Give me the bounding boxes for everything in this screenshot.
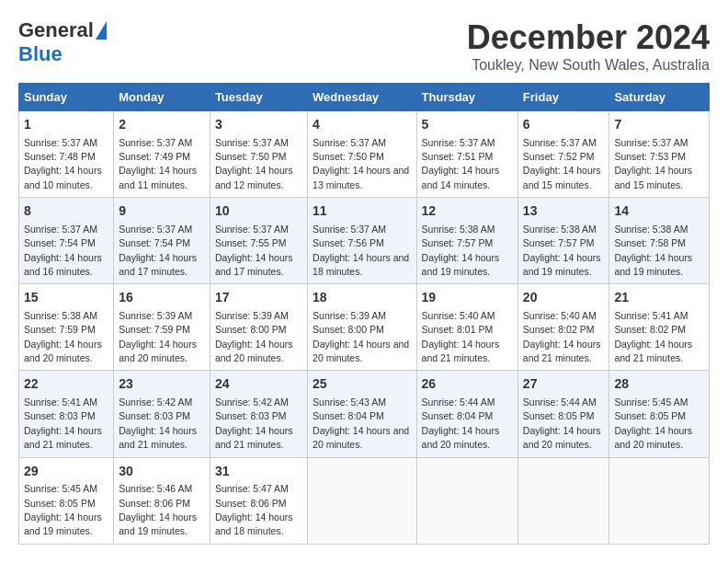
sunset-info: Sunset: 7:49 PM bbox=[119, 151, 190, 162]
logo-general: General bbox=[18, 18, 94, 42]
sunset-info: Sunset: 8:03 PM bbox=[215, 410, 287, 421]
daylight-info: Daylight: 14 hours and 20 minutes. bbox=[24, 339, 102, 363]
daylight-info: Daylight: 14 hours and 19 minutes. bbox=[614, 252, 692, 277]
table-row: 17 Sunrise: 5:39 AM Sunset: 8:00 PM Dayl… bbox=[210, 284, 307, 371]
day-number: 3 bbox=[215, 116, 302, 134]
sunrise-info: Sunrise: 5:42 AM bbox=[119, 396, 192, 408]
sunset-info: Sunset: 7:50 PM bbox=[215, 151, 287, 162]
main-title: December 2024 bbox=[467, 18, 710, 57]
daylight-info: Daylight: 14 hours and 20 minutes. bbox=[215, 339, 293, 363]
daylight-info: Daylight: 14 hours and 19 minutes. bbox=[523, 252, 601, 277]
daylight-info: Daylight: 14 hours and 15 minutes. bbox=[523, 165, 601, 190]
sunset-info: Sunset: 8:00 PM bbox=[313, 324, 384, 335]
sunrise-info: Sunrise: 5:38 AM bbox=[24, 310, 97, 321]
table-row bbox=[609, 457, 710, 544]
table-row: 5 Sunrise: 5:37 AM Sunset: 7:51 PM Dayli… bbox=[416, 111, 518, 198]
day-number: 22 bbox=[24, 375, 108, 394]
col-thursday: Thursday bbox=[416, 84, 518, 111]
day-number: 18 bbox=[313, 289, 411, 307]
daylight-info: Daylight: 14 hours and 20 minutes. bbox=[523, 425, 601, 450]
day-number: 29 bbox=[24, 463, 108, 481]
calendar-week-row: 8 Sunrise: 5:37 AM Sunset: 7:54 PM Dayli… bbox=[19, 198, 710, 284]
sunrise-info: Sunrise: 5:39 AM bbox=[119, 310, 192, 321]
sunrise-info: Sunrise: 5:44 AM bbox=[422, 396, 495, 408]
sunrise-info: Sunrise: 5:38 AM bbox=[422, 224, 495, 235]
day-number: 4 bbox=[313, 116, 411, 134]
sunset-info: Sunset: 8:04 PM bbox=[313, 410, 384, 421]
table-row bbox=[518, 457, 609, 544]
daylight-info: Daylight: 14 hours and 13 minutes. bbox=[313, 165, 409, 190]
table-row: 29 Sunrise: 5:45 AM Sunset: 8:05 PM Dayl… bbox=[19, 457, 114, 544]
daylight-info: Daylight: 14 hours and 20 minutes. bbox=[313, 339, 409, 363]
daylight-info: Daylight: 14 hours and 20 minutes. bbox=[313, 425, 409, 450]
day-number: 15 bbox=[24, 289, 108, 307]
sunset-info: Sunset: 7:48 PM bbox=[24, 151, 96, 162]
sunset-info: Sunset: 7:54 PM bbox=[24, 237, 96, 248]
sunrise-info: Sunrise: 5:38 AM bbox=[523, 224, 597, 235]
table-row: 4 Sunrise: 5:37 AM Sunset: 7:50 PM Dayli… bbox=[308, 111, 416, 198]
sunrise-info: Sunrise: 5:47 AM bbox=[215, 483, 289, 494]
daylight-info: Daylight: 14 hours and 21 minutes. bbox=[422, 339, 500, 363]
sunset-info: Sunset: 7:50 PM bbox=[313, 151, 384, 162]
sunrise-info: Sunrise: 5:37 AM bbox=[119, 224, 192, 235]
col-saturday: Saturday bbox=[609, 84, 710, 111]
sunrise-info: Sunrise: 5:40 AM bbox=[523, 310, 597, 321]
col-monday: Monday bbox=[114, 84, 210, 111]
day-number: 8 bbox=[24, 202, 108, 221]
sunrise-info: Sunrise: 5:37 AM bbox=[215, 224, 289, 235]
sunrise-info: Sunrise: 5:37 AM bbox=[523, 137, 597, 148]
sunrise-info: Sunrise: 5:41 AM bbox=[24, 396, 97, 408]
day-number: 19 bbox=[422, 289, 513, 307]
sunset-info: Sunset: 7:55 PM bbox=[215, 237, 287, 248]
col-wednesday: Wednesday bbox=[308, 84, 416, 111]
daylight-info: Daylight: 14 hours and 15 minutes. bbox=[614, 165, 692, 190]
calendar-week-row: 29 Sunrise: 5:45 AM Sunset: 8:05 PM Dayl… bbox=[19, 457, 710, 544]
header-row: Sunday Monday Tuesday Wednesday Thursday… bbox=[19, 84, 710, 111]
daylight-info: Daylight: 14 hours and 21 minutes. bbox=[614, 339, 692, 363]
daylight-info: Daylight: 14 hours and 21 minutes. bbox=[523, 339, 601, 363]
daylight-info: Daylight: 14 hours and 20 minutes. bbox=[422, 425, 500, 450]
table-row: 9 Sunrise: 5:37 AM Sunset: 7:54 PM Dayli… bbox=[114, 198, 210, 284]
table-row: 2 Sunrise: 5:37 AM Sunset: 7:49 PM Dayli… bbox=[114, 111, 210, 198]
calendar-week-row: 15 Sunrise: 5:38 AM Sunset: 7:59 PM Dayl… bbox=[19, 284, 710, 371]
sunrise-info: Sunrise: 5:37 AM bbox=[313, 137, 386, 148]
calendar-week-row: 1 Sunrise: 5:37 AM Sunset: 7:48 PM Dayli… bbox=[19, 111, 710, 198]
table-row: 7 Sunrise: 5:37 AM Sunset: 7:53 PM Dayli… bbox=[609, 111, 710, 198]
sunset-info: Sunset: 8:03 PM bbox=[24, 410, 96, 421]
table-row: 16 Sunrise: 5:39 AM Sunset: 7:59 PM Dayl… bbox=[114, 284, 210, 371]
table-row bbox=[308, 457, 416, 544]
sunrise-info: Sunrise: 5:39 AM bbox=[215, 310, 289, 321]
table-row: 31 Sunrise: 5:47 AM Sunset: 8:06 PM Dayl… bbox=[210, 457, 307, 544]
day-number: 7 bbox=[614, 116, 704, 134]
col-tuesday: Tuesday bbox=[210, 84, 307, 111]
day-number: 13 bbox=[523, 202, 605, 221]
daylight-info: Daylight: 14 hours and 18 minutes. bbox=[215, 511, 293, 536]
day-number: 2 bbox=[119, 116, 205, 134]
sunset-info: Sunset: 8:00 PM bbox=[215, 324, 287, 335]
day-number: 23 bbox=[119, 375, 205, 394]
daylight-info: Daylight: 14 hours and 19 minutes. bbox=[119, 511, 197, 536]
daylight-info: Daylight: 14 hours and 19 minutes. bbox=[24, 511, 102, 536]
title-area: December 2024 Toukley, New South Wales, … bbox=[467, 18, 710, 74]
sunset-info: Sunset: 8:03 PM bbox=[119, 410, 190, 421]
sunrise-info: Sunrise: 5:43 AM bbox=[313, 396, 386, 408]
daylight-info: Daylight: 14 hours and 11 minutes. bbox=[119, 165, 197, 190]
table-row: 8 Sunrise: 5:37 AM Sunset: 7:54 PM Dayli… bbox=[19, 198, 114, 284]
col-sunday: Sunday bbox=[19, 84, 114, 111]
sunset-info: Sunset: 7:59 PM bbox=[119, 324, 190, 335]
daylight-info: Daylight: 14 hours and 21 minutes. bbox=[24, 425, 102, 450]
day-number: 9 bbox=[119, 202, 205, 221]
day-number: 17 bbox=[215, 289, 302, 307]
sunset-info: Sunset: 8:05 PM bbox=[24, 498, 96, 509]
table-row: 13 Sunrise: 5:38 AM Sunset: 7:57 PM Dayl… bbox=[518, 198, 609, 284]
table-row: 24 Sunrise: 5:42 AM Sunset: 8:03 PM Dayl… bbox=[210, 371, 307, 457]
day-number: 16 bbox=[119, 289, 205, 307]
daylight-info: Daylight: 14 hours and 16 minutes. bbox=[24, 252, 102, 277]
day-number: 20 bbox=[523, 289, 605, 307]
day-number: 21 bbox=[614, 289, 704, 307]
logo: General Blue bbox=[18, 18, 107, 66]
sunset-info: Sunset: 7:51 PM bbox=[422, 151, 494, 162]
day-number: 30 bbox=[119, 463, 205, 481]
day-number: 25 bbox=[313, 375, 411, 394]
day-number: 26 bbox=[422, 375, 513, 394]
